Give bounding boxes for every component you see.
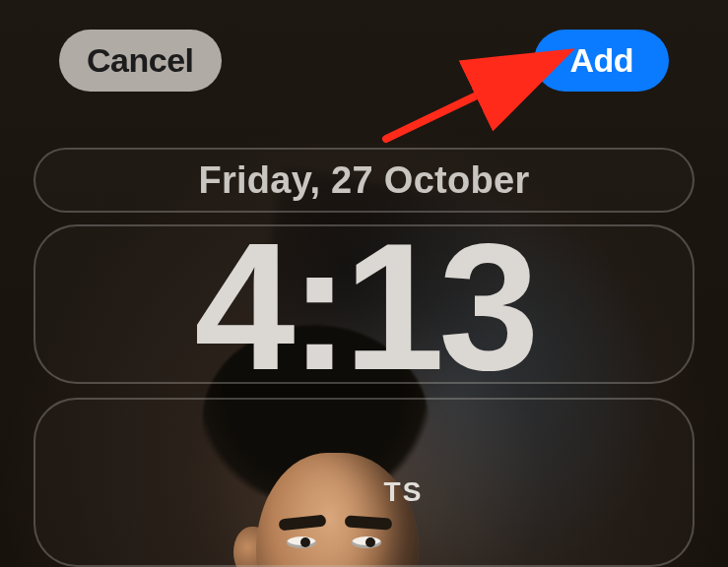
- clock-widget-slot[interactable]: 4:13: [33, 224, 695, 384]
- date-text: Friday, 27 October: [198, 159, 529, 202]
- top-bar: Cancel Add: [0, 30, 728, 92]
- bottom-widget-slot[interactable]: TS: [33, 398, 695, 567]
- add-button[interactable]: Add: [534, 30, 669, 92]
- clock-time: 4:13: [194, 216, 533, 397]
- date-widget-slot[interactable]: Friday, 27 October: [33, 148, 695, 213]
- bottom-widget-text-fragment: TS: [384, 476, 424, 508]
- lockscreen-editor: Cancel Add Friday, 27 October 4:13 TS: [0, 0, 728, 567]
- cancel-button[interactable]: Cancel: [59, 30, 222, 92]
